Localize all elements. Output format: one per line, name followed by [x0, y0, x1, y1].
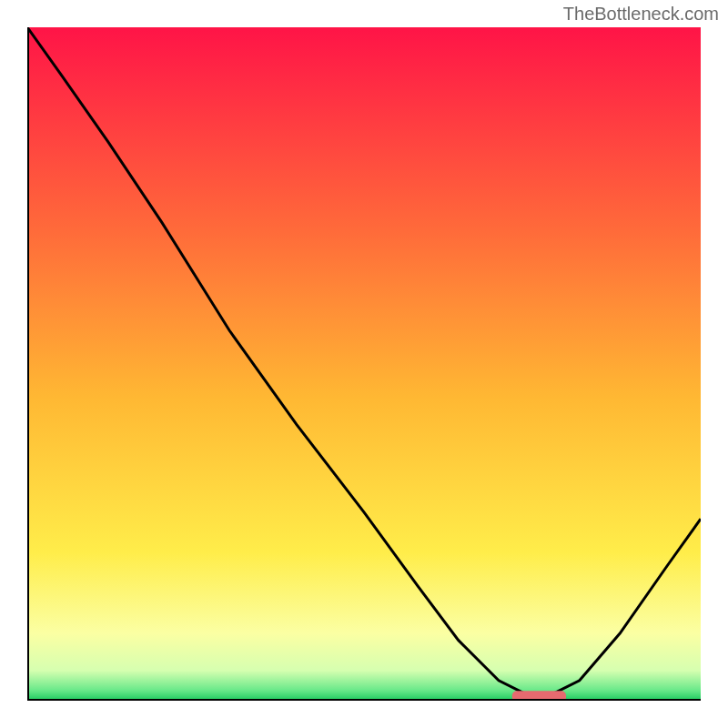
- chart-background-gradient: [27, 27, 701, 701]
- chart-plot-area: [27, 27, 701, 701]
- attribution-label: TheBottleneck.com: [563, 4, 719, 25]
- bottleneck-chart: [27, 27, 701, 701]
